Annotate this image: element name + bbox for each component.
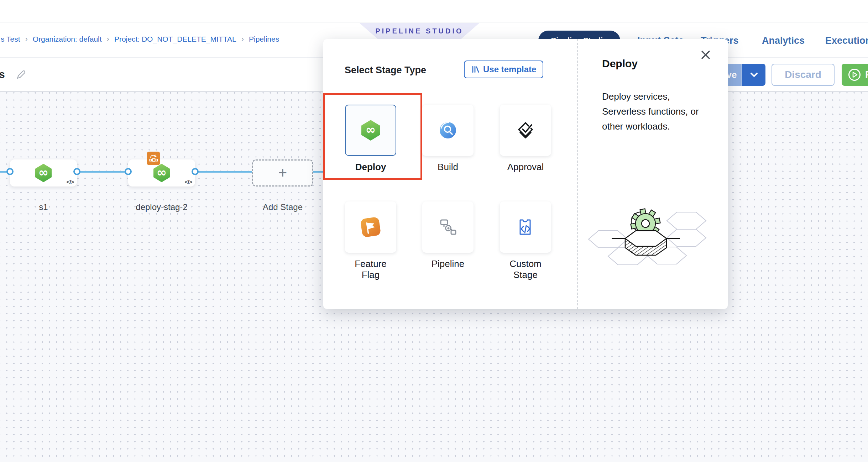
breadcrumb: s Test › Organization: default › Project… bbox=[1, 35, 279, 44]
code-view-icon[interactable]: </> bbox=[67, 179, 74, 185]
breadcrumb-project[interactable]: Project: DO_NOT_DELETE_MITTAL bbox=[114, 35, 236, 43]
rolling-deployment-icon bbox=[147, 152, 160, 165]
breadcrumb-pipelines[interactable]: Pipelines bbox=[249, 35, 279, 43]
run-button-label: Run bbox=[865, 69, 868, 80]
use-template-label: Use template bbox=[483, 64, 536, 74]
connector-dot[interactable] bbox=[125, 168, 132, 175]
stage-label-deploy-stag-2[interactable]: deploy-stag-2 bbox=[124, 202, 199, 212]
breadcrumb-separator: › bbox=[241, 35, 244, 44]
stage-tile-build[interactable] bbox=[422, 105, 474, 156]
select-stage-type-modal: Select Stage Type Use template ∞ bbox=[323, 39, 728, 309]
connector-dot[interactable] bbox=[6, 168, 14, 175]
pipeline-chain-icon bbox=[438, 217, 458, 237]
tile-label-deploy: Deploy bbox=[345, 162, 396, 173]
breadcrumb-separator: › bbox=[107, 35, 109, 44]
tile-label-build: Build bbox=[422, 162, 474, 173]
use-template-button[interactable]: Use template bbox=[464, 61, 543, 78]
cd-hexagon-icon: ∞ bbox=[35, 164, 52, 182]
run-button[interactable]: Run bbox=[842, 64, 868, 86]
feature-flag-icon bbox=[360, 217, 381, 238]
stage-tile-approval[interactable] bbox=[500, 105, 551, 156]
tab-analytics[interactable]: Analytics bbox=[762, 35, 805, 46]
stage-node-deploy-stag-2[interactable]: ∞ </> bbox=[128, 159, 195, 187]
tile-label-custom: Custom Stage bbox=[500, 258, 551, 280]
connector-dot[interactable] bbox=[192, 168, 199, 175]
stage-info-title: Deploy bbox=[602, 58, 638, 70]
discard-button[interactable]: Discard bbox=[772, 64, 835, 86]
stage-label-s1[interactable]: s1 bbox=[8, 202, 79, 212]
tile-label-feature-flag: Feature Flag bbox=[345, 258, 396, 280]
breadcrumb-separator: › bbox=[25, 35, 27, 44]
deploy-illustration bbox=[587, 199, 708, 275]
stage-tile-custom[interactable] bbox=[500, 201, 551, 253]
chevron-down-icon bbox=[750, 72, 758, 77]
pipeline-studio-page: PIPELINE STUDIO s Test › Organization: d… bbox=[0, 0, 868, 462]
code-view-icon[interactable]: </> bbox=[185, 179, 192, 185]
cd-hexagon-icon: ∞ bbox=[153, 164, 170, 182]
plus-icon: + bbox=[278, 164, 287, 182]
pipeline-name: s bbox=[0, 68, 5, 80]
breadcrumb-account[interactable]: s Test bbox=[1, 35, 20, 43]
play-circle-icon bbox=[847, 68, 862, 82]
stage-node-s1[interactable]: ∞ </> bbox=[10, 159, 77, 187]
stage-tile-deploy[interactable]: ∞ bbox=[345, 105, 396, 156]
custom-stage-icon bbox=[516, 217, 535, 237]
save-options-chevron-button[interactable] bbox=[742, 64, 765, 86]
pipeline-studio-badge: PIPELINE STUDIO bbox=[360, 23, 479, 39]
ci-sphere-icon bbox=[438, 121, 457, 140]
add-stage-label[interactable]: Add Stage bbox=[247, 202, 318, 212]
modal-title: Select Stage Type bbox=[345, 65, 426, 76]
stage-tile-feature-flag[interactable] bbox=[345, 201, 396, 253]
tile-label-pipeline: Pipeline bbox=[422, 258, 474, 269]
template-library-icon bbox=[471, 65, 480, 74]
infinity-glyph: ∞ bbox=[157, 166, 167, 178]
top-header-bar bbox=[0, 0, 868, 22]
tile-label-approval: Approval bbox=[500, 162, 551, 173]
close-icon[interactable] bbox=[700, 49, 711, 61]
stage-info-description: Deploy services, Serverless functions, o… bbox=[602, 89, 706, 134]
connector-dot[interactable] bbox=[73, 168, 80, 175]
add-stage-button[interactable]: + bbox=[252, 159, 313, 187]
stage-tile-pipeline[interactable] bbox=[422, 201, 474, 253]
tab-execution-history[interactable]: Execution History bbox=[825, 35, 868, 46]
infinity-glyph: ∞ bbox=[366, 124, 376, 136]
cd-hexagon-icon: ∞ bbox=[361, 120, 380, 141]
stage-type-grid-section: Select Stage Type Use template ∞ bbox=[323, 39, 578, 309]
approval-diamond-check-icon bbox=[516, 120, 535, 140]
infinity-glyph: ∞ bbox=[38, 166, 48, 178]
edit-pencil-icon[interactable] bbox=[15, 69, 26, 82]
breadcrumb-organization[interactable]: Organization: default bbox=[33, 35, 102, 43]
